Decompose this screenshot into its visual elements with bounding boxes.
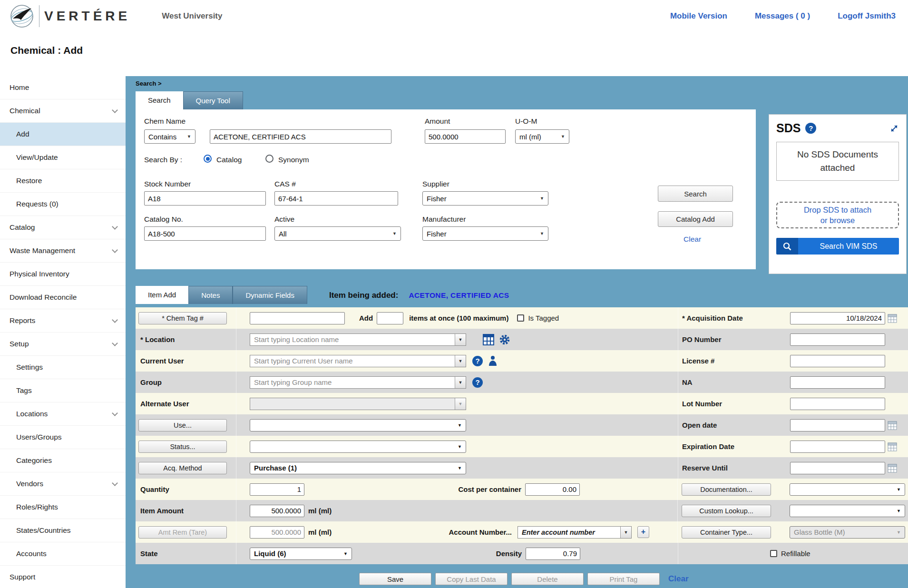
sidebar-item-chemical[interactable]: Chemical <box>0 99 126 123</box>
status-button[interactable]: Status... <box>138 441 227 453</box>
sidebar-item-download-reconcile[interactable]: Download Reconcile <box>0 286 126 309</box>
help-icon[interactable]: ? <box>805 123 816 134</box>
chem-tag-button[interactable]: * Chem Tag # <box>138 312 227 324</box>
tab-dynamic-fields[interactable]: Dynamic Fields <box>233 286 307 304</box>
calendar-icon[interactable] <box>888 442 897 451</box>
sidebar-item-catalog[interactable]: Catalog <box>0 216 126 239</box>
dropdown-arrow-icon[interactable]: ▼ <box>455 377 466 388</box>
expand-icon[interactable] <box>889 124 899 133</box>
cas-input[interactable] <box>274 191 398 206</box>
is-tagged-checkbox[interactable] <box>517 314 524 322</box>
radio-catalog[interactable] <box>204 155 212 163</box>
acq-method-button[interactable]: Acq. Method <box>138 462 227 474</box>
catalog-no-input[interactable] <box>144 226 266 241</box>
amount-input[interactable] <box>425 129 506 144</box>
state-select[interactable]: Liquid (6) ▼ <box>250 548 352 560</box>
custom-lookup-select[interactable]: ▼ <box>790 505 905 517</box>
documentation-select[interactable]: ▼ <box>790 483 905 496</box>
copy-last-data-button[interactable]: Copy Last Data <box>435 573 508 585</box>
reserve-until-input[interactable] <box>790 462 885 474</box>
sidebar-item-restore[interactable]: Restore <box>0 169 126 193</box>
messages-link[interactable]: Messages ( 0 ) <box>755 11 810 21</box>
cost-per-container-input[interactable] <box>525 483 580 496</box>
acquisition-date-input[interactable] <box>790 312 885 324</box>
sidebar-item-support[interactable]: Support <box>0 566 126 588</box>
person-icon[interactable] <box>488 355 498 367</box>
na-input[interactable] <box>790 376 885 389</box>
sidebar-item-settings[interactable]: Settings <box>0 356 126 379</box>
sidebar-item-locations[interactable]: Locations <box>0 402 126 426</box>
save-button[interactable]: Save <box>359 573 431 585</box>
catalog-add-button[interactable]: Catalog Add <box>658 211 733 227</box>
refillable-checkbox[interactable] <box>770 550 777 557</box>
chem-name-match-select[interactable]: Contains ▼ <box>144 129 195 144</box>
item-amount-input[interactable] <box>250 505 304 517</box>
quantity-input[interactable] <box>250 483 304 496</box>
sidebar-item-users-groups[interactable]: Users/Groups <box>0 426 126 449</box>
sidebar-item-vendors[interactable]: Vendors <box>0 472 126 496</box>
documentation-button[interactable]: Documentation... <box>682 483 771 496</box>
chem-name-input[interactable] <box>210 129 391 144</box>
lot-number-input[interactable] <box>790 398 885 410</box>
dropdown-arrow-icon[interactable]: ▼ <box>455 355 466 367</box>
sidebar-item-roles-rights[interactable]: Roles/Rights <box>0 496 126 519</box>
calendar-icon[interactable] <box>888 314 897 323</box>
calendar-icon[interactable] <box>888 421 897 430</box>
print-tag-button[interactable]: Print Tag <box>587 573 660 585</box>
status-select[interactable]: ▼ <box>250 441 466 453</box>
supplier-select[interactable]: Fisher ▼ <box>422 191 548 206</box>
dropdown-arrow-icon[interactable]: ▼ <box>455 334 466 345</box>
use-button[interactable]: Use... <box>138 419 227 431</box>
license-input[interactable] <box>790 355 885 367</box>
sidebar-item-setup[interactable]: Setup <box>0 333 126 356</box>
help-icon[interactable]: ? <box>472 356 483 366</box>
custom-lookup-button[interactable]: Custom Lookup... <box>682 505 771 517</box>
sidebar-item-requests[interactable]: Requests (0) <box>0 193 126 216</box>
mobile-version-link[interactable]: Mobile Version <box>670 11 727 21</box>
acq-method-select[interactable]: Purchase (1) ▼ <box>250 462 466 474</box>
radio-synonym[interactable] <box>265 155 273 163</box>
sidebar-item-view-update[interactable]: View/Update <box>0 146 126 169</box>
form-clear-link[interactable]: Clear <box>668 574 689 584</box>
search-button[interactable]: Search <box>658 186 733 202</box>
calendar-icon[interactable] <box>888 463 897 473</box>
open-date-input[interactable] <box>790 419 885 431</box>
sidebar-item-states-countries[interactable]: States/Countries <box>0 519 126 542</box>
sidebar-item-tags[interactable]: Tags <box>0 379 126 402</box>
sidebar-item-categories[interactable]: Categories <box>0 449 126 472</box>
items-at-once-input[interactable] <box>377 312 403 324</box>
density-input[interactable] <box>526 548 580 560</box>
delete-button[interactable]: Delete <box>511 573 584 585</box>
po-number-input[interactable] <box>790 333 885 346</box>
expiration-date-input[interactable] <box>790 441 885 453</box>
tab-query-tool[interactable]: Query Tool <box>183 91 243 109</box>
current-user-combobox[interactable]: Start typing Current User name ▼ <box>250 355 466 367</box>
uom-select[interactable]: ml (ml) ▼ <box>515 129 569 144</box>
help-icon[interactable]: ? <box>472 377 483 388</box>
manufacturer-select[interactable]: Fisher ▼ <box>422 226 548 241</box>
location-grid-icon[interactable] <box>483 334 494 345</box>
sidebar-item-physical-inventory[interactable]: Physical Inventory <box>0 263 126 286</box>
gear-icon[interactable] <box>499 334 510 345</box>
search-clear-link[interactable]: Clear <box>683 235 701 244</box>
tab-item-add[interactable]: Item Add <box>136 286 188 304</box>
group-combobox[interactable]: Start typing Group name ▼ <box>250 376 466 389</box>
sds-drop-zone[interactable]: Drop SDS to attach or browse <box>776 202 899 228</box>
sidebar-item-add[interactable]: Add <box>0 123 126 146</box>
search-vim-sds-button[interactable]: Search VIM SDS <box>776 238 899 255</box>
container-type-button[interactable]: Container Type... <box>682 526 771 539</box>
chem-tag-input[interactable] <box>250 312 345 324</box>
location-combobox[interactable]: Start typing Location name ▼ <box>250 333 466 346</box>
add-account-button[interactable]: + <box>637 526 649 538</box>
dropdown-arrow-icon[interactable]: ▼ <box>620 527 631 538</box>
sidebar-item-reports[interactable]: Reports <box>0 309 126 333</box>
active-select[interactable]: All ▼ <box>274 226 401 241</box>
account-number-combobox[interactable]: Enter account number ▼ <box>517 526 632 539</box>
stock-number-input[interactable] <box>144 191 266 206</box>
use-select[interactable]: ▼ <box>250 419 466 431</box>
sidebar-item-waste-management[interactable]: Waste Management <box>0 239 126 263</box>
tab-search[interactable]: Search <box>136 91 183 109</box>
sidebar-item-home[interactable]: Home <box>0 76 126 99</box>
sidebar-item-accounts[interactable]: Accounts <box>0 542 126 566</box>
logoff-link[interactable]: Logoff Jsmith3 <box>838 11 896 21</box>
